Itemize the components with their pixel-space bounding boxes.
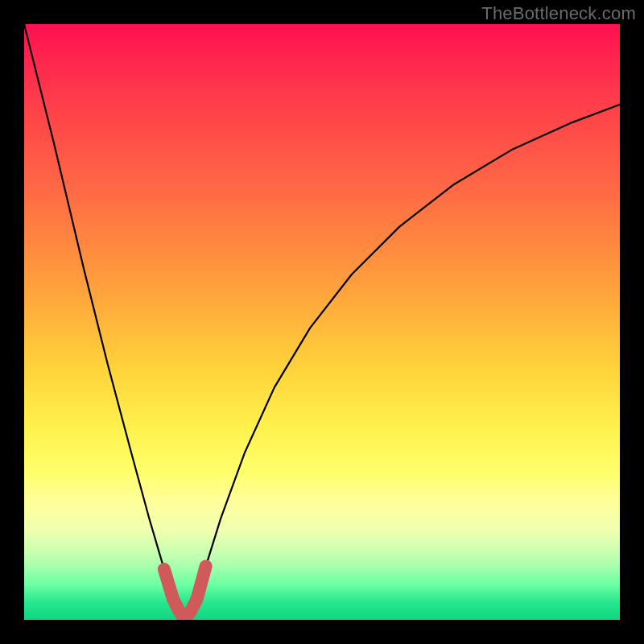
plot-area [24,24,620,620]
chart-frame: TheBottleneck.com [0,0,644,644]
chart-svg [24,24,620,620]
min-region-highlight [164,566,206,620]
bottleneck-curve-path [24,24,620,620]
watermark-text: TheBottleneck.com [481,3,636,24]
